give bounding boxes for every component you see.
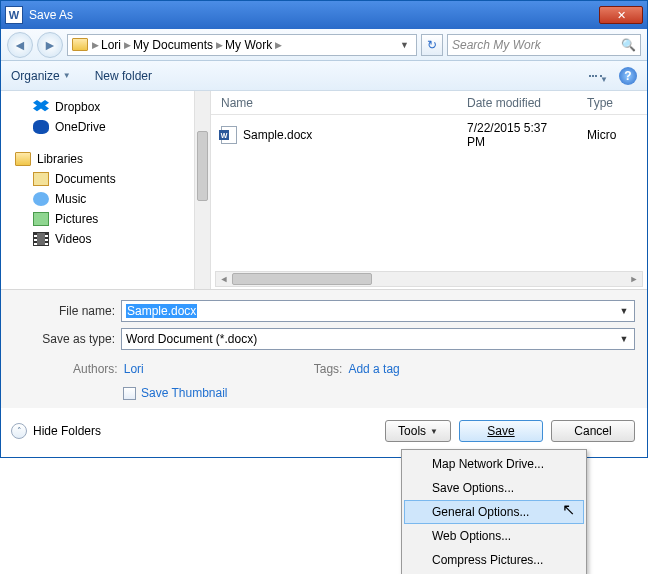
chevron-right-icon[interactable]: ▶ xyxy=(92,40,99,50)
chevron-down-icon[interactable]: ▼ xyxy=(616,303,632,319)
search-icon[interactable]: 🔍 xyxy=(621,38,636,52)
breadcrumb-segment[interactable]: My Work▶ xyxy=(225,38,282,52)
file-name-input[interactable]: Sample.docx▼ xyxy=(121,300,635,322)
sidebar-item-dropbox[interactable]: Dropbox xyxy=(15,97,210,117)
save-label: Save xyxy=(487,424,514,438)
breadcrumb-segment[interactable]: My Documents▶ xyxy=(133,38,223,52)
chevron-down-icon[interactable]: ▼ xyxy=(616,331,632,347)
navigation-pane[interactable]: Dropbox OneDrive Libraries Documents Mus… xyxy=(1,91,211,289)
tags-field[interactable]: Add a tag xyxy=(348,362,399,376)
horizontal-scrollbar[interactable]: ◄ ► xyxy=(215,271,643,287)
save-as-type-select[interactable]: Word Document (*.docx)▼ xyxy=(121,328,635,350)
save-thumbnail-checkbox[interactable]: Save Thumbnail xyxy=(13,376,635,400)
sidebar-item-label: Pictures xyxy=(55,212,98,226)
column-header-type[interactable]: Type xyxy=(577,96,623,110)
window-title: Save As xyxy=(29,8,599,22)
word-document-icon xyxy=(221,126,237,144)
menu-item-compress-pictures[interactable]: Compress Pictures... xyxy=(404,548,584,572)
back-button[interactable]: ◄ xyxy=(7,32,33,58)
sidebar-item-onedrive[interactable]: OneDrive xyxy=(15,117,210,137)
save-as-type-label: Save as type: xyxy=(13,332,121,346)
libraries-icon xyxy=(15,152,31,166)
sidebar-item-label: Music xyxy=(55,192,86,206)
sidebar-item-label: Videos xyxy=(55,232,91,246)
organize-label: Organize xyxy=(11,69,60,83)
form-area: File name: Sample.docx▼ Save as type: Wo… xyxy=(1,289,647,408)
file-list[interactable]: Name Date modified Type Sample.docx 7/22… xyxy=(211,91,647,289)
column-header-date[interactable]: Date modified xyxy=(457,96,577,110)
sidebar-item-videos[interactable]: Videos xyxy=(15,229,210,249)
chevron-down-icon: ▼ xyxy=(430,427,438,436)
menu-item-save-options[interactable]: Save Options... xyxy=(404,476,584,500)
sidebar-item-label: Dropbox xyxy=(55,100,100,114)
file-date-cell: 7/22/2015 5:37 PM xyxy=(457,121,577,149)
view-options-button[interactable]: ▼ xyxy=(587,67,611,85)
menu-item-general-options[interactable]: General Options... xyxy=(404,500,584,524)
dialog-footer: ˄ Hide Folders Tools▼ Save Cancel xyxy=(1,408,647,452)
search-placeholder: Search My Work xyxy=(452,38,541,52)
organize-button[interactable]: Organize▼ xyxy=(11,69,71,83)
videos-icon xyxy=(33,232,49,246)
forward-button[interactable]: ► xyxy=(37,32,63,58)
chevron-up-icon: ˄ xyxy=(11,423,27,439)
chevron-right-icon[interactable]: ▶ xyxy=(216,40,223,50)
sidebar-item-label: Libraries xyxy=(37,152,83,166)
sidebar-item-pictures[interactable]: Pictures xyxy=(15,209,210,229)
tags-label: Tags: xyxy=(314,362,343,376)
new-folder-label: New folder xyxy=(95,69,152,83)
chevron-right-icon[interactable]: ▶ xyxy=(275,40,282,50)
sidebar-item-libraries[interactable]: Libraries xyxy=(15,149,210,169)
word-app-icon: W xyxy=(5,6,23,24)
file-row[interactable]: Sample.docx 7/22/2015 5:37 PM Micro xyxy=(211,115,647,155)
column-header-name[interactable]: Name xyxy=(211,96,457,110)
refresh-button[interactable]: ↻ xyxy=(421,34,443,56)
save-button[interactable]: Save xyxy=(459,420,543,442)
address-bar[interactable]: ▶ Lori▶ My Documents▶ My Work▶ ▼ xyxy=(67,34,417,56)
content-area: Dropbox OneDrive Libraries Documents Mus… xyxy=(1,91,647,289)
save-thumbnail-label: Save Thumbnail xyxy=(141,386,228,400)
hide-folders-button[interactable]: ˄ Hide Folders xyxy=(11,423,101,439)
scrollbar-thumb[interactable] xyxy=(197,131,208,201)
scroll-left-icon[interactable]: ◄ xyxy=(216,272,232,286)
hide-folders-label: Hide Folders xyxy=(33,424,101,438)
music-icon xyxy=(33,192,49,206)
titlebar[interactable]: W Save As ✕ xyxy=(1,1,647,29)
new-folder-button[interactable]: New folder xyxy=(95,69,152,83)
tools-dropdown-menu: Map Network Drive... Save Options... Gen… xyxy=(401,449,587,574)
breadcrumb-label: Lori xyxy=(101,38,121,52)
onedrive-icon xyxy=(33,120,49,134)
scrollbar-thumb[interactable] xyxy=(232,273,372,285)
search-input[interactable]: Search My Work 🔍 xyxy=(447,34,641,56)
sidebar-scrollbar[interactable] xyxy=(194,91,210,289)
documents-icon xyxy=(33,172,49,186)
address-dropdown-icon[interactable]: ▼ xyxy=(397,40,412,50)
cancel-button[interactable]: Cancel xyxy=(551,420,635,442)
save-as-dialog: W Save As ✕ ◄ ► ▶ Lori▶ My Documents▶ My… xyxy=(0,0,648,458)
folder-icon xyxy=(72,38,88,51)
dropbox-icon xyxy=(33,100,49,114)
sidebar-item-documents[interactable]: Documents xyxy=(15,169,210,189)
sidebar-item-label: Documents xyxy=(55,172,116,186)
chevron-down-icon: ▼ xyxy=(63,71,71,80)
authors-label: Authors: xyxy=(73,362,118,376)
command-bar: Organize▼ New folder ▼ ? xyxy=(1,61,647,91)
tools-label: Tools xyxy=(398,424,426,438)
chevron-right-icon[interactable]: ▶ xyxy=(124,40,131,50)
pictures-icon xyxy=(33,212,49,226)
file-name-label: File name: xyxy=(13,304,121,318)
menu-item-map-drive[interactable]: Map Network Drive... xyxy=(404,452,584,476)
menu-item-web-options[interactable]: Web Options... xyxy=(404,524,584,548)
checkbox-icon[interactable] xyxy=(123,387,136,400)
tools-button[interactable]: Tools▼ xyxy=(385,420,451,442)
sidebar-item-music[interactable]: Music xyxy=(15,189,210,209)
breadcrumb-label: My Documents xyxy=(133,38,213,52)
breadcrumb-segment[interactable]: Lori▶ xyxy=(101,38,131,52)
navigation-bar: ◄ ► ▶ Lori▶ My Documents▶ My Work▶ ▼ ↻ S… xyxy=(1,29,647,61)
file-name-cell: Sample.docx xyxy=(243,128,312,142)
sidebar-item-label: OneDrive xyxy=(55,120,106,134)
scroll-right-icon[interactable]: ► xyxy=(626,272,642,286)
close-button[interactable]: ✕ xyxy=(599,6,643,24)
authors-field[interactable]: Lori xyxy=(124,362,144,376)
help-button[interactable]: ? xyxy=(619,67,637,85)
file-name-value: Sample.docx xyxy=(126,304,197,318)
